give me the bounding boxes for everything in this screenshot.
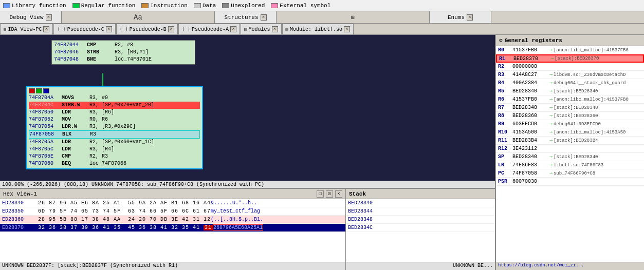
legend-unexplored: Unexplored (222, 3, 265, 9)
code-row-strb: 74F8704C STRB.W R3, [SP,#0x70+var_20] (29, 102, 200, 109)
stack-header: Stack (346, 189, 495, 199)
tab-module-libctf[interactable]: ▤ Module: libctf.so × (282, 24, 354, 34)
libctf-icon: ▤ (286, 27, 288, 32)
struct-icon: ⊞ (351, 14, 355, 21)
code-row: 74F8705C LDR R3, [R4] (29, 146, 200, 153)
legend-library-color (3, 3, 10, 8)
block-icon-red (29, 88, 35, 93)
hex-row-4: ED28370 32 36 38 37 39 36 41 35 45 36 38… (0, 224, 345, 232)
reg-row-r11: R11 BED283B4 → [stack]:BED283B4 (496, 137, 644, 145)
app: Library function Regular function Instru… (0, 0, 644, 270)
legend-library-label: Library function (12, 3, 66, 9)
modules-icon: ▤ (244, 27, 247, 32)
stack-status-bar: UNKNOWN BE... (346, 262, 495, 270)
code-row: 74F87046 STRB R3, [R0,#1] (54, 49, 193, 56)
tab-pseudocode-b-close[interactable]: × (168, 26, 174, 32)
pseudocode-a-icon: { } (182, 27, 190, 32)
stack-row-1: BED28340 (346, 199, 495, 207)
legend-data: Data (194, 3, 216, 9)
reg-row-sp: SP BED28340 → [stack]:BED28340 (496, 153, 644, 161)
tab-pseudocode-b[interactable]: { } Pseudocode-B × (116, 24, 178, 34)
legend-external-color (271, 3, 278, 8)
hex-header-left: Hex View-1 (3, 191, 37, 197)
hex-row-1: ED28340 26 87 96 A5 E6 8A 25 A1 55 9A 2A… (0, 199, 345, 207)
code-row: 74F87054 LDR.W R3, [R3,#0x29C] (29, 123, 200, 130)
legend-data-color (194, 3, 201, 8)
tab-pseudocode-a[interactable]: { } Pseudocode-A × (178, 24, 240, 34)
reg-row-psr: PSR 60070030 (496, 178, 644, 186)
hex-row-3: ED28360 28 95 5B 88 17 38 48 AA 24 20 70… (0, 216, 345, 224)
reg-row-r0: R0 41537FB0 → [anon:libc_malloc]:41537FB… (496, 46, 644, 54)
stack-row-2: BED28344 (346, 207, 495, 216)
legend-instruction-label: Instruction (150, 3, 188, 9)
legend-regular-label: Regular function (81, 3, 136, 9)
tab-module-libctf-close[interactable]: × (344, 26, 350, 32)
registers-title: General registers (505, 37, 562, 44)
stack-status-text: UNKNOWN BE... (453, 263, 493, 268)
legend-regular: Regular function (72, 3, 136, 9)
upper-area: 74F87044 CMP R2, #8 74F87046 STRB R3, [R… (0, 35, 644, 270)
reg-row-r8: R8 BED28360 → [stack]:BED28360 (496, 112, 644, 120)
url-bar: https://blog.csdn.net/wei_zi... (496, 262, 644, 270)
hex-status-text: UNKNOWN BED2837F: [stack]:BED2837F (Sync… (2, 263, 178, 268)
hex-row-2: ED28350 6D 79 5F 74 65 73 74 5F 63 74 66… (0, 207, 345, 216)
registers-icon: ⚙ (499, 37, 503, 44)
code-row-blx: 74F87058 BLX R3 (29, 130, 200, 139)
hex-ctrl-1[interactable]: □ (317, 190, 324, 198)
code-row: 74F87052 MOV R0, R6 (29, 116, 200, 123)
tab-ida-view[interactable]: ⊞ IDA View-PC × (0, 24, 53, 34)
tab-pseudocode-c-close[interactable]: × (106, 26, 112, 32)
code-row: 74F87048 BNE loc_74F8701E (54, 56, 193, 63)
tab-debug-view-close[interactable]: × (46, 14, 52, 21)
code-block-top[interactable]: 74F87044 CMP R2, #8 74F87046 STRB R3, [R… (51, 40, 195, 65)
tab-pseudocode-a-close[interactable]: × (230, 26, 236, 32)
reg-row-r3: R3 414A8C27 → libdvm.so:_Z30dvmGcDetachD (496, 71, 644, 79)
tab-debug-view-label: Debug View (9, 14, 43, 21)
code-row: 74F8705E CMP R2, R3 (29, 153, 200, 160)
reg-row-lr: LR 74F86F83 → libctf.so:74F86F83 (496, 161, 644, 169)
tab-structures-close[interactable]: × (261, 14, 267, 21)
reg-row-r1: R1 BED28370 → [stack]:BED28370 (496, 54, 644, 63)
status-text: 100.00% (-266,2026) (888,18) UNKNOWN 74F… (2, 182, 264, 187)
tab-enums[interactable]: Enums × (430, 11, 491, 23)
hex-last-byte: 31 (204, 225, 213, 230)
legend-library: Library function (3, 3, 66, 9)
registers-list[interactable]: R0 41537FB0 → [anon:libc_malloc]:41537FB… (496, 46, 644, 262)
reg-row-r2: R2 00000008 (496, 63, 644, 71)
hex-panel: Hex View-1 □ ⊡ × ED28340 26 87 96 A5 E6 … (0, 189, 346, 270)
bottom-split: Hex View-1 □ ⊡ × ED28340 26 87 96 A5 E6 … (0, 188, 495, 270)
tab-debug-view[interactable]: Debug View × (0, 11, 62, 23)
tab-modules-close[interactable]: × (272, 26, 278, 32)
legend-external: External symbol (271, 3, 330, 9)
tab-ida-view-close[interactable]: × (43, 26, 49, 32)
legend-regular-color (72, 3, 80, 8)
registers-header: ⚙ General registers (496, 35, 644, 46)
tab-pseudocode-a-label: Pseudocode-A (192, 27, 229, 32)
hex-ctrl-close[interactable]: × (335, 190, 342, 198)
tab-structures[interactable]: Structures × (215, 11, 277, 23)
stack-panel: Stack BED28340 BED28344 BED28348 (346, 189, 495, 270)
tab-modules-label: Modules (249, 27, 270, 32)
graph-area[interactable]: 74F87044 CMP R2, #8 74F87046 STRB R3, [R… (0, 35, 495, 188)
tab-modules[interactable]: ▤ Modules × (241, 24, 281, 34)
tab-ida-view-label: IDA View-PC (8, 27, 42, 32)
legend-bar: Library function Regular function Instru… (0, 0, 644, 11)
hex-content[interactable]: ED28340 26 87 96 A5 E6 8A 25 A1 55 9A 2A… (0, 199, 345, 262)
tab-enums-close[interactable]: × (467, 14, 473, 21)
registers-panel: ⚙ General registers R0 41537FB0 → [anon:… (495, 35, 644, 270)
tab-enums-label: Enums (448, 14, 465, 21)
code-block-mid[interactable]: 74F8704A MOVS R3, #0 74F8704C STRB.W R3,… (26, 86, 203, 169)
stack-content[interactable]: BED28340 BED28344 BED28348 BED2834C (346, 199, 495, 262)
tab-pseudocode-c-label: Pseudocode-C (67, 27, 104, 32)
tab-pseudocode-c[interactable]: { } Pseudocode-C × (53, 24, 115, 34)
reg-row-r5: R5 BED28340 → [stack]:BED28340 (496, 87, 644, 95)
stack-row-4: BED2834C (346, 224, 495, 232)
hex-ctrl-2[interactable]: ⊡ (326, 190, 333, 198)
legend-instruction-color (141, 3, 149, 8)
tab-row2: ⊞ IDA View-PC × { } Pseudocode-C × { } P… (0, 24, 644, 35)
hex-status-bar: UNKNOWN BED2837F: [stack]:BED2837F (Sync… (0, 262, 345, 270)
code-row: 74F8704A MOVS R3, #0 (29, 94, 200, 102)
reg-row-r9: R9 6D3EFCD0 → debug041:6D3EFCD0 (496, 120, 644, 128)
code-row: 74F8705A LDR R2, [SP,#0x60+var_1C] (29, 139, 200, 146)
reg-row-r10: R10 4153A500 → [anon:libc_malloc]:4153A5… (496, 128, 644, 137)
